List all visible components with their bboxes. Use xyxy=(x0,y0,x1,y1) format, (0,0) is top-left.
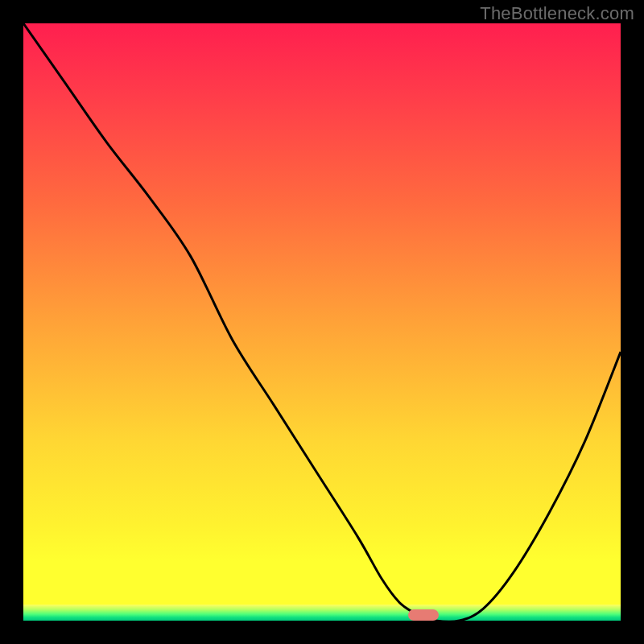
chart-frame: TheBottleneck.com xyxy=(0,0,644,644)
curve-path xyxy=(23,23,621,621)
watermark-text: TheBottleneck.com xyxy=(480,3,634,24)
plot-area xyxy=(23,23,621,621)
bottleneck-curve xyxy=(23,23,621,621)
valley-marker xyxy=(408,609,439,621)
